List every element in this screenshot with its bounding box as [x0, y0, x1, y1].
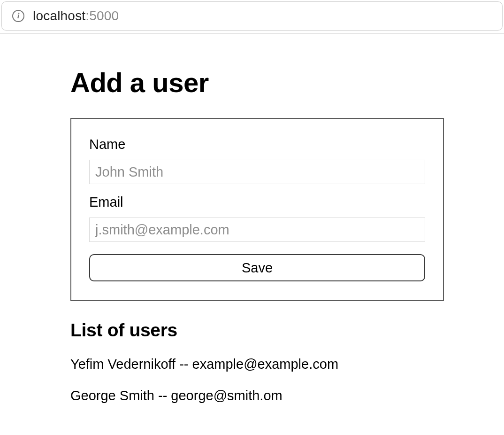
- url-host: localhost: [33, 8, 85, 23]
- user-list-item: George Smith -- george@smith.om: [70, 388, 504, 404]
- info-icon[interactable]: i: [12, 10, 24, 22]
- name-label: Name: [89, 137, 425, 152]
- page-content: Add a user Name Email Save List of users…: [0, 34, 504, 404]
- name-input[interactable]: [89, 160, 425, 184]
- user-list-item: Yefim Vedernikoff -- example@example.com: [70, 357, 504, 372]
- url-text: localhost:5000: [33, 8, 119, 23]
- page-title: Add a user: [70, 67, 504, 98]
- email-label: Email: [89, 194, 425, 210]
- email-input[interactable]: [89, 218, 425, 242]
- user-list: Yefim Vedernikoff -- example@example.com…: [70, 357, 504, 404]
- add-user-form: Name Email Save: [70, 118, 444, 301]
- url-port: :5000: [85, 8, 119, 23]
- save-button[interactable]: Save: [89, 254, 425, 281]
- list-heading: List of users: [70, 320, 504, 341]
- browser-address-bar[interactable]: i localhost:5000: [1, 1, 503, 31]
